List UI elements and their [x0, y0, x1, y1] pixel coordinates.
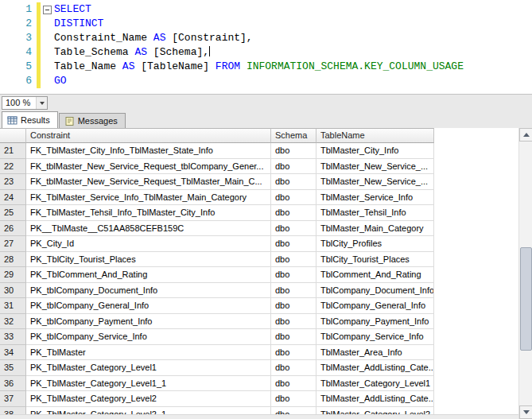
constraint-cell[interactable]: FK_tblMaster_New_Service_Request_tblComp… — [26, 159, 271, 175]
table-row[interactable]: 28PK_TblCity_Tourist_PlacesdboTblCity_To… — [0, 252, 518, 268]
row-number-cell[interactable]: 27 — [0, 236, 26, 252]
sql-editor[interactable]: 1SELECT2DISTINCT3Constraint_Name AS [Con… — [0, 0, 532, 94]
table-row[interactable]: 21FK_TblMaster_City_Info_TblMaster_State… — [0, 143, 518, 159]
constraint-cell[interactable]: FK_TblMaster_Tehsil_Info_TblMaster_City_… — [26, 205, 271, 221]
constraint-cell[interactable]: PK_TblMaster_Category_Level1 — [26, 360, 271, 376]
schema-cell[interactable]: dbo — [271, 205, 316, 221]
tab-results[interactable]: Results — [2, 111, 58, 128]
tablename-cell[interactable]: TblMaster_Service_Info — [316, 190, 434, 206]
table-row[interactable]: 35PK_TblMaster_Category_Level1dboTblMast… — [0, 360, 518, 376]
editor-line[interactable]: 6GO — [0, 74, 532, 88]
constraint-cell[interactable]: FK_TblMaster_City_Info_TblMaster_State_I… — [26, 143, 271, 159]
tablename-cell[interactable]: TblMaster_Tehsil_Info — [316, 205, 434, 221]
constraint-cell[interactable]: PK_TblComment_And_Rating — [26, 267, 271, 283]
scroll-up-button[interactable] — [519, 128, 532, 142]
column-header-tablename[interactable]: TableName — [316, 128, 434, 143]
table-row[interactable]: 25FK_TblMaster_Tehsil_Info_TblMaster_Cit… — [0, 205, 518, 221]
table-row[interactable]: 33PK_tblCompany_Service_InfodboTblCompan… — [0, 329, 518, 345]
constraint-cell[interactable]: PK_TblMaster_Category_Level1_1 — [26, 376, 271, 392]
table-row[interactable]: 29PK_TblComment_And_RatingdboTblComment_… — [0, 267, 518, 283]
tablename-cell[interactable]: TblCity_Tourist_Places — [316, 252, 434, 268]
table-row[interactable]: 31PK_tblCompany_General_InfodboTblCompan… — [0, 298, 518, 314]
row-number-cell[interactable]: 34 — [0, 345, 26, 361]
schema-cell[interactable]: dbo — [271, 329, 316, 345]
editor-line[interactable]: 4Table_Schema AS [Schema], — [0, 45, 532, 60]
schema-cell[interactable]: dbo — [271, 298, 316, 314]
table-row[interactable]: 37PK_TblMaster_Category_Level2dboTblMast… — [0, 391, 518, 407]
constraint-cell[interactable]: FK_tblMaster_New_Service_Request_TblMast… — [26, 174, 271, 190]
constraint-cell[interactable]: PK_tblCompany_Document_Info — [26, 283, 271, 299]
table-row[interactable]: 36PK_TblMaster_Category_Level1_1dboTblMa… — [0, 376, 518, 392]
schema-cell[interactable]: dbo — [271, 391, 316, 407]
table-row[interactable]: 32PK_tblCompany_Payment_InfodboTblCompan… — [0, 314, 518, 330]
editor-line[interactable]: 2DISTINCT — [0, 17, 532, 31]
scroll-down-button[interactable] — [519, 405, 532, 419]
table-row[interactable]: 27PK_City_IddboTblCity_Profiles — [0, 236, 518, 252]
tablename-cell[interactable]: TblMaster_Area_Info — [316, 345, 434, 361]
schema-cell[interactable]: dbo — [271, 345, 316, 361]
grid-corner-cell[interactable] — [0, 128, 26, 143]
schema-cell[interactable]: dbo — [271, 283, 316, 299]
tab-messages[interactable]: Messages — [59, 113, 126, 128]
tablename-cell[interactable]: TblMaster_AddListing_Cate... — [316, 360, 434, 376]
schema-cell[interactable]: dbo — [271, 236, 316, 252]
schema-cell[interactable]: dbo — [271, 267, 316, 283]
tablename-cell[interactable]: TblCity_Profiles — [316, 236, 434, 252]
table-row[interactable]: 30PK_tblCompany_Document_InfodboTblCompa… — [0, 283, 518, 299]
tablename-cell[interactable]: TblMaster_Category_Level1 — [316, 376, 434, 392]
constraint-cell[interactable]: PK_tblCompany_Service_Info — [26, 329, 271, 345]
tablename-cell[interactable]: TblMaster_City_Info — [316, 143, 434, 159]
schema-cell[interactable]: dbo — [271, 159, 316, 175]
schema-cell[interactable]: dbo — [271, 252, 316, 268]
table-row[interactable]: 34PK_TblMasterdboTblMaster_Area_Info — [0, 345, 518, 361]
row-number-cell[interactable]: 30 — [0, 283, 26, 299]
editor-line[interactable]: 1SELECT — [0, 2, 532, 17]
row-number-cell[interactable]: 22 — [0, 159, 26, 175]
column-header-constraint[interactable]: Constraint — [26, 128, 271, 143]
zoom-level-select[interactable]: 100 % — [2, 96, 48, 110]
table-row[interactable]: 22FK_tblMaster_New_Service_Request_tblCo… — [0, 159, 518, 175]
table-row[interactable]: 24FK_TblMaster_Service_Info_TblMaster_Ma… — [0, 190, 518, 206]
tablename-cell[interactable]: TblMaster_New_Service_... — [316, 159, 434, 175]
row-number-cell[interactable]: 31 — [0, 298, 26, 314]
tablename-cell[interactable]: TblCompany_General_Info — [316, 298, 434, 314]
horizontal-scrollbar[interactable] — [0, 414, 518, 419]
constraint-cell[interactable]: PK__TblMaste__C51AA858CEFB159C — [26, 221, 271, 237]
schema-cell[interactable]: dbo — [271, 376, 316, 392]
constraint-cell[interactable]: FK_TblMaster_Service_Info_TblMaster_Main… — [26, 190, 271, 206]
column-header-schema[interactable]: Schema — [271, 128, 316, 143]
row-number-cell[interactable]: 21 — [0, 143, 26, 159]
row-number-cell[interactable]: 36 — [0, 376, 26, 392]
vertical-scrollbar[interactable] — [518, 128, 532, 419]
scrollbar-thumb[interactable] — [520, 247, 532, 351]
tablename-cell[interactable]: TblMaster_AddListing_Cate... — [316, 391, 434, 407]
table-row[interactable]: 23FK_tblMaster_New_Service_Request_TblMa… — [0, 174, 518, 190]
schema-cell[interactable]: dbo — [271, 143, 316, 159]
row-number-cell[interactable]: 37 — [0, 391, 26, 407]
row-number-cell[interactable]: 33 — [0, 329, 26, 345]
schema-cell[interactable]: dbo — [271, 314, 316, 330]
constraint-cell[interactable]: PK_TblCity_Tourist_Places — [26, 252, 271, 268]
row-number-cell[interactable]: 28 — [0, 252, 26, 268]
tablename-cell[interactable]: TblMaster_Main_Category — [316, 221, 434, 237]
row-number-cell[interactable]: 26 — [0, 221, 26, 237]
tablename-cell[interactable]: TblCompany_Document_Info — [316, 283, 434, 299]
schema-cell[interactable]: dbo — [271, 190, 316, 206]
constraint-cell[interactable]: PK_TblMaster_Category_Level2 — [26, 391, 271, 407]
row-number-cell[interactable]: 35 — [0, 360, 26, 376]
constraint-cell[interactable]: PK_City_Id — [26, 236, 271, 252]
editor-line[interactable]: 5Table_Name AS [TableName] FROM INFORMAT… — [0, 60, 532, 74]
constraint-cell[interactable]: PK_tblCompany_Payment_Info — [26, 314, 271, 330]
constraint-cell[interactable]: PK_tblCompany_General_Info — [26, 298, 271, 314]
fold-collapse-icon[interactable] — [41, 2, 54, 17]
tablename-cell[interactable]: TblMaster_New_Service_... — [316, 174, 434, 190]
tablename-cell[interactable]: TblCompany_Payment_Info — [316, 314, 434, 330]
row-number-cell[interactable]: 23 — [0, 174, 26, 190]
tablename-cell[interactable]: TblComment_And_Rating — [316, 267, 434, 283]
row-number-cell[interactable]: 32 — [0, 314, 26, 330]
row-number-cell[interactable]: 25 — [0, 205, 26, 221]
constraint-cell[interactable]: PK_TblMaster — [26, 345, 271, 361]
schema-cell[interactable]: dbo — [271, 360, 316, 376]
row-number-cell[interactable]: 24 — [0, 190, 26, 206]
zoom-dropdown-button[interactable] — [36, 97, 47, 109]
